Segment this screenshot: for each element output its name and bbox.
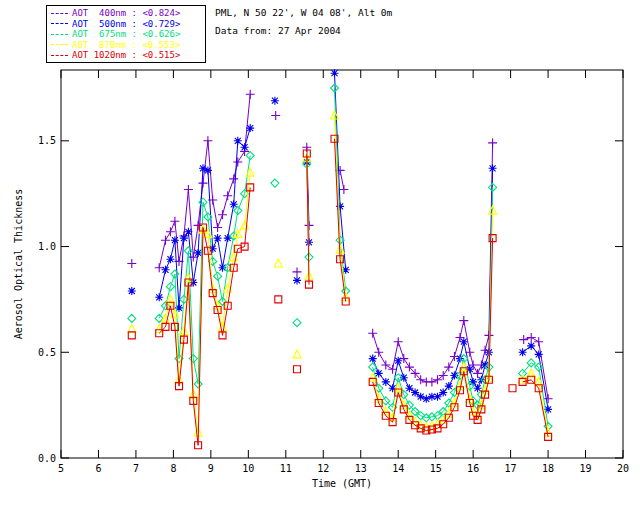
x-tick-label: 18 bbox=[542, 463, 554, 474]
x-tick-label: 12 bbox=[317, 463, 329, 474]
x-tick-label: 13 bbox=[355, 463, 367, 474]
x-tick-label: 15 bbox=[430, 463, 442, 474]
legend-label: AOT 675nm : <0.626> bbox=[72, 29, 180, 39]
legend-item-aot-400nm: AOT 400nm : <0.824> bbox=[51, 8, 205, 19]
x-tick-label: 17 bbox=[505, 463, 517, 474]
y-tick-label: 1.0 bbox=[38, 241, 56, 252]
x-tick-label: 7 bbox=[133, 463, 139, 474]
series-markers-870nm bbox=[128, 111, 552, 436]
x-tick-label: 19 bbox=[580, 463, 592, 474]
x-tick-label: 10 bbox=[242, 463, 254, 474]
legend-dash-sample bbox=[51, 13, 68, 14]
x-tick-label: 20 bbox=[617, 463, 629, 474]
x-tick-label: 11 bbox=[280, 463, 292, 474]
legend-item-aot-675nm: AOT 675nm : <0.626> bbox=[51, 29, 205, 40]
y-tick-label: 0.5 bbox=[38, 347, 56, 358]
legend-label: AOT 1020nm : <0.515> bbox=[72, 50, 180, 60]
x-tick-label: 8 bbox=[170, 463, 176, 474]
x-tick-label: 14 bbox=[392, 463, 404, 474]
legend-dash-sample bbox=[51, 44, 68, 45]
x-tick-label: 9 bbox=[208, 463, 214, 474]
legend-label: AOT 500nm : <0.729> bbox=[72, 19, 180, 29]
legend-item-aot-500nm: AOT 500nm : <0.729> bbox=[51, 19, 205, 30]
legend-box: AOT 400nm : <0.824>AOT 500nm : <0.729>AO… bbox=[46, 5, 206, 63]
legend-dash-sample bbox=[51, 55, 68, 56]
x-tick-label: 5 bbox=[58, 463, 64, 474]
station-location-text: PML, N 50 22', W 04 08', Alt 0m bbox=[215, 4, 392, 22]
y-axis-title: Aerosol Optical Thickness bbox=[13, 189, 24, 340]
y-tick-label: 0.0 bbox=[38, 453, 56, 464]
plot-header: PML, N 50 22', W 04 08', Alt 0m Data fro… bbox=[215, 4, 392, 40]
legend-item-aot-1020nm: AOT 1020nm : <0.515> bbox=[51, 50, 205, 61]
x-axis-title: Time (GMT) bbox=[312, 478, 372, 489]
aot-plot-window: 5678910111213141516171819200.00.51.01.5T… bbox=[0, 0, 640, 512]
x-tick-label: 6 bbox=[95, 463, 101, 474]
aot-chart: 5678910111213141516171819200.00.51.01.5T… bbox=[0, 0, 640, 512]
legend-label: AOT 870nm : <0.553> bbox=[72, 40, 180, 50]
x-tick-label: 16 bbox=[467, 463, 479, 474]
legend-dash-sample bbox=[51, 34, 68, 35]
legend-item-aot-870nm: AOT 870nm : <0.553> bbox=[51, 40, 205, 51]
legend-label: AOT 400nm : <0.824> bbox=[72, 8, 180, 18]
data-date-text: Data from: 27 Apr 2004 bbox=[215, 22, 392, 40]
y-tick-label: 1.5 bbox=[38, 135, 56, 146]
series-markers-1020nm bbox=[128, 135, 551, 449]
legend-dash-sample bbox=[51, 23, 68, 24]
